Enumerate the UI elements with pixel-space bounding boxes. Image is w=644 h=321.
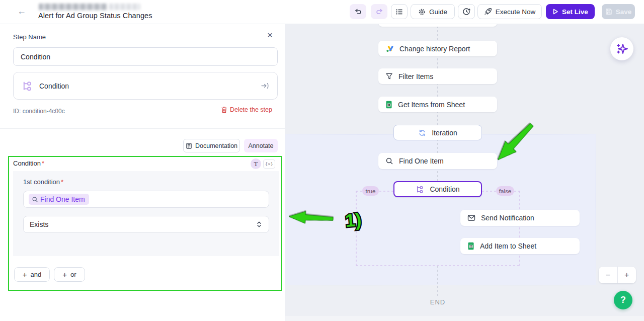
node-find-one-item[interactable]: Find One Item <box>378 153 497 169</box>
node-label: Change history Report <box>399 45 470 53</box>
loop-icon <box>418 129 426 137</box>
node-partial-top[interactable] <box>378 24 497 27</box>
enter-icon <box>261 82 269 90</box>
chevron-up-down-icon <box>256 220 263 228</box>
node-label: Iteration <box>432 129 457 137</box>
value-chip-label: Find One Item <box>40 195 85 203</box>
add-or-label: or <box>70 271 76 278</box>
execute-now-label: Execute Now <box>496 8 536 16</box>
workflow-title: Alert for Ad Group Status Changes <box>38 12 152 20</box>
google-ads-icon <box>385 45 394 53</box>
branch-icon <box>22 81 33 92</box>
rocket-icon <box>484 8 492 16</box>
branch-label-false: false <box>496 186 514 196</box>
clock-history-icon <box>462 8 470 16</box>
step-id: ID: condition-4c00c <box>13 108 65 115</box>
condition-value-input[interactable]: Find One Item <box>23 191 269 208</box>
zoom-in-button[interactable]: + <box>618 267 636 283</box>
guide-label: Guide <box>429 8 447 16</box>
save-button[interactable]: Save <box>602 4 635 19</box>
guide-button[interactable]: Guide <box>411 4 455 19</box>
node-label: Condition <box>430 185 459 193</box>
zoom-out-button[interactable]: − <box>599 267 618 283</box>
play-icon <box>552 9 558 15</box>
operator-select[interactable]: Exists <box>23 216 269 233</box>
plus-icon: + <box>23 271 27 278</box>
node-label: Filter Items <box>398 72 433 81</box>
redo-icon <box>375 8 383 16</box>
node-label: Get Items from Sheet <box>398 101 465 109</box>
redo-button[interactable] <box>371 4 387 19</box>
delete-step-label: Delete the step <box>230 106 272 113</box>
node-iteration[interactable]: Iteration <box>393 125 482 140</box>
condition-builder: 1st condition* Find One Item Exists <box>13 171 279 256</box>
operator-value: Exists <box>30 220 48 228</box>
sheets-icon <box>467 242 474 250</box>
value-chip[interactable]: Find One Item <box>29 194 89 205</box>
canvas-scrollbar-track <box>285 316 644 321</box>
set-live-label: Set Live <box>562 8 588 16</box>
first-condition-label: 1st condition* <box>23 178 63 186</box>
sparkle-icon <box>615 42 628 55</box>
step-name-input[interactable]: Condition <box>13 47 278 66</box>
variable-mode-badge[interactable]: {×} <box>263 159 275 169</box>
step-type-card[interactable]: Condition <box>13 72 278 100</box>
sheets-icon <box>385 101 392 109</box>
step-name-label: Step Name <box>13 33 46 41</box>
add-or-button[interactable]: + or <box>54 267 85 282</box>
set-live-button[interactable]: Set Live <box>546 4 595 19</box>
step-name-value: Condition <box>21 53 50 61</box>
ordered-list-icon <box>395 8 403 16</box>
plus-icon: + <box>62 271 67 278</box>
funnel-icon <box>385 72 393 80</box>
search-icon <box>32 196 38 203</box>
undo-button[interactable] <box>350 4 366 19</box>
end-label: END <box>413 298 463 306</box>
node-filter-items[interactable]: Filter Items <box>378 68 497 84</box>
undo-icon <box>354 8 362 16</box>
top-bar: ← Alert for Ad Group Status Changes Guid… <box>0 0 644 24</box>
annotate-label: Annotate <box>248 142 273 149</box>
step-editor-panel: × Step Name Condition Condition ID: cond… <box>0 24 285 321</box>
node-label: Send Notification <box>481 214 534 222</box>
annotate-button[interactable]: Annotate <box>244 139 278 152</box>
node-change-history-report[interactable]: Change history Report <box>378 41 497 56</box>
steps-list-button[interactable] <box>391 4 408 19</box>
canvas-zoom-control: − + <box>599 267 636 283</box>
redacted-breadcrumb <box>39 4 107 10</box>
add-and-button[interactable]: + and <box>14 267 50 282</box>
search-icon <box>385 157 393 165</box>
save-icon <box>605 8 612 15</box>
node-label: Find One Item <box>399 157 444 165</box>
branch-label-true: true <box>362 186 379 196</box>
ai-assistant-button[interactable] <box>610 37 633 60</box>
trash-icon <box>221 106 227 113</box>
workflow-canvas[interactable]: Change history Report Filter Items Get I… <box>285 24 644 321</box>
close-icon[interactable]: × <box>267 30 273 40</box>
documentation-button[interactable]: Documentation <box>183 139 240 152</box>
add-and-label: and <box>31 271 42 278</box>
node-add-item-to-sheet[interactable]: Add Item to Sheet <box>460 238 580 254</box>
document-icon <box>186 142 192 149</box>
execute-now-button[interactable]: Execute Now <box>477 4 542 19</box>
step-type-label: Condition <box>39 82 254 90</box>
delete-step-button[interactable]: Delete the step <box>221 106 272 113</box>
save-label: Save <box>616 8 632 16</box>
required-mark: * <box>42 159 44 167</box>
redacted-breadcrumb-2 <box>109 4 140 10</box>
required-mark: * <box>61 178 63 186</box>
branch-icon <box>416 185 424 194</box>
documentation-label: Documentation <box>195 142 237 149</box>
node-label: Add Item to Sheet <box>480 242 536 250</box>
gear-icon <box>418 8 426 16</box>
help-button[interactable]: ? <box>614 291 632 309</box>
condition-section: Condition* T {×} 1st condition* Find One… <box>8 156 282 291</box>
history-button[interactable] <box>458 4 475 19</box>
workflow-builder-screen: ← Alert for Ad Group Status Changes Guid… <box>0 0 644 321</box>
node-get-items-from-sheet[interactable]: Get Items from Sheet <box>378 97 497 112</box>
text-mode-badge[interactable]: T <box>251 158 261 169</box>
node-send-notification[interactable]: Send Notification <box>460 210 580 226</box>
panel-divider <box>0 128 285 129</box>
back-icon[interactable]: ← <box>17 6 26 17</box>
node-condition-selected[interactable]: Condition <box>393 181 482 197</box>
